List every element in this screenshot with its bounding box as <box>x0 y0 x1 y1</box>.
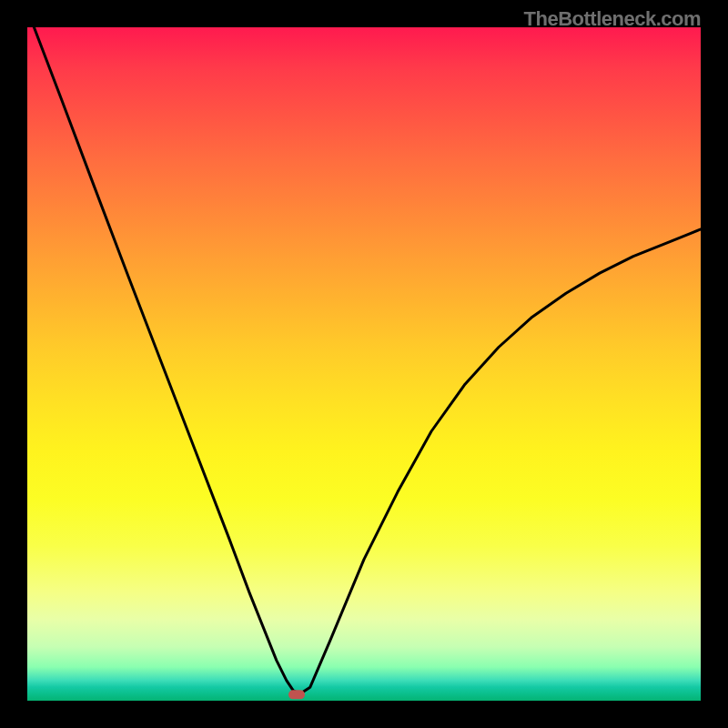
minimum-marker <box>288 690 305 699</box>
chart-svg <box>27 27 701 701</box>
chart-plot-area <box>27 27 701 701</box>
bottleneck-curve <box>34 27 701 694</box>
svg-rect-0 <box>288 690 305 699</box>
watermark-text: TheBottleneck.com <box>524 7 701 31</box>
